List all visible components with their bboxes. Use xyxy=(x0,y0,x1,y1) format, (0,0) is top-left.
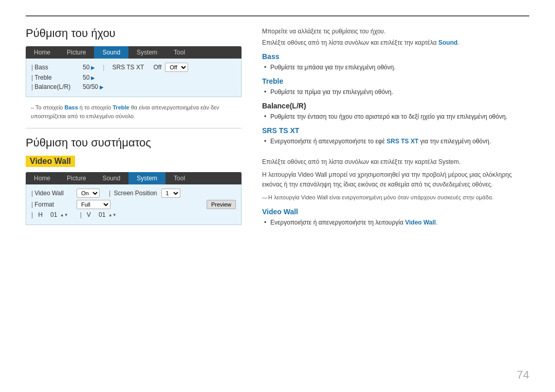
menu-system-2[interactable]: System xyxy=(128,172,165,184)
balance-bullet: Ρυθμίστε την ένταση του ήχου στο αριστερ… xyxy=(262,112,529,121)
section1-settings-panel: |Bass 50 ▶ | SRS TS XT Off OffOn xyxy=(26,59,242,97)
srs-bullet: Ενεργοποιήστε ή απενεργοποιήστε το εφέ S… xyxy=(262,137,529,146)
section1-menu: Home Picture Sound System Tool xyxy=(26,46,242,59)
format-dropdown[interactable]: FullNatural xyxy=(77,200,110,209)
format-row: |Format FullNatural Preview xyxy=(31,200,236,209)
s2-intro2: Η λειτουργία Video Wall μπορεί να χρησιμ… xyxy=(262,170,529,190)
vw-on-dropdown[interactable]: OnOff xyxy=(77,189,100,198)
menu-home-2[interactable]: Home xyxy=(26,172,59,184)
balance-arrow[interactable]: ▶ xyxy=(100,84,104,90)
h-label: H xyxy=(38,211,43,218)
right-column: Μπορείτε να αλλάξετε τις ρυθμίσεις του ή… xyxy=(257,27,529,377)
note-bass-bold: Bass xyxy=(65,104,78,110)
treble-heading: Treble xyxy=(262,77,529,85)
vw-link-1: Video Wall xyxy=(298,171,327,178)
bass-value: 50 ▶ xyxy=(83,64,95,71)
menu-system-1[interactable]: System xyxy=(128,46,165,59)
s2-intro1: Επιλέξτε οθόνες από τη λίστα συνόλων και… xyxy=(262,157,529,167)
vw-link-2: Video Wall xyxy=(301,194,328,200)
menu-sound-2[interactable]: Sound xyxy=(94,172,128,184)
treble-row: |Treble 50 ▶ xyxy=(31,74,236,81)
vw-row: |Video Wall OnOff | Screen Position 12 xyxy=(31,189,236,198)
treble-label: |Treble xyxy=(31,74,78,81)
h-stepper[interactable]: 01 ▲▼ xyxy=(49,211,68,218)
screen-pos-label: Screen Position xyxy=(114,190,157,197)
balance-row: |Balance(L/R) 50/50 ▶ xyxy=(31,83,236,90)
menu-picture-2[interactable]: Picture xyxy=(59,172,94,184)
bass-label: |Bass xyxy=(31,64,78,71)
hv-row: | H 01 ▲▼ | V 01 ▲▼ xyxy=(31,211,236,218)
section2-settings-panel: |Video Wall OnOff | Screen Position 12 |… xyxy=(26,184,242,225)
page-number: 74 xyxy=(517,368,529,382)
menu-sound-1[interactable]: Sound xyxy=(94,46,128,59)
vw-heading-right: Video Wall xyxy=(262,208,529,216)
menu-picture-1[interactable]: Picture xyxy=(59,46,94,59)
treble-bullet: Ρυθμίστε τα πρίμα για την επιλεγμένη οθό… xyxy=(262,87,529,97)
section-divider xyxy=(26,128,242,128)
srs-label-inline: SRS TS XT xyxy=(112,64,148,71)
bass-row: |Bass 50 ▶ | SRS TS XT Off OffOn xyxy=(31,63,236,72)
balance-heading: Balance(L/R) xyxy=(262,102,529,110)
srs-heading: SRS TS XT xyxy=(262,126,529,135)
v-stepper[interactable]: 01 ▲▼ xyxy=(97,211,117,218)
note-treble-bold: Treble xyxy=(113,104,129,110)
s1-intro1: Μπορείτε να αλλάξετε τις ρυθμίσεις του ή… xyxy=(262,27,529,36)
srs-bullet-link: SRS TS XT xyxy=(386,138,418,145)
s2-note: Η λειτουργία Video Wall είναι ενεργοποιη… xyxy=(262,193,529,202)
treble-value: 50 ▶ xyxy=(83,74,95,81)
screen-pos-dropdown[interactable]: 12 xyxy=(161,189,180,198)
system-link: System xyxy=(438,158,459,165)
section1-note: – Το στοιχείο Bass ή το στοιχείο Treble … xyxy=(26,103,242,120)
left-column: Ρύθμιση του ήχου Home Picture Sound Syst… xyxy=(26,27,242,377)
s1-intro2: Επιλέξτε οθόνες από τη λίστα συνόλων και… xyxy=(262,38,529,47)
bass-bullet: Ρυθμίστε τα μπάσα για την επιλεγμένη οθό… xyxy=(262,63,529,72)
v-label: V xyxy=(87,211,91,218)
vw-bullet: Ενεργοποιήστε ή απενεργοποιήστε τη λειτο… xyxy=(262,218,529,227)
preview-button[interactable]: Preview xyxy=(207,200,236,209)
srs-value: Off OffOn xyxy=(153,63,188,72)
bass-arrow[interactable]: ▶ xyxy=(91,65,95,70)
video-wall-highlight: Video Wall xyxy=(26,156,75,167)
balance-value: 50/50 ▶ xyxy=(83,83,104,90)
vw-bullet-link: Video Wall xyxy=(405,219,436,226)
section2-title: Ρύθμιση του συστήματος xyxy=(26,136,242,150)
menu-tool-2[interactable]: Tool xyxy=(165,172,193,184)
treble-arrow[interactable]: ▶ xyxy=(91,75,95,81)
menu-home-1[interactable]: Home xyxy=(26,46,59,59)
menu-tool-1[interactable]: Tool xyxy=(165,46,193,59)
top-divider xyxy=(26,15,529,16)
section1-title: Ρύθμιση του ήχου xyxy=(26,27,242,40)
vw-row-label: |Video Wall xyxy=(31,190,72,197)
srs-dropdown[interactable]: OffOn xyxy=(165,63,188,72)
bass-heading: Bass xyxy=(262,52,529,61)
format-label: |Format xyxy=(31,201,72,208)
balance-label: |Balance(L/R) xyxy=(31,83,78,90)
section2-menu: Home Picture Sound System Tool xyxy=(26,172,242,184)
sound-link: Sound xyxy=(438,39,457,46)
